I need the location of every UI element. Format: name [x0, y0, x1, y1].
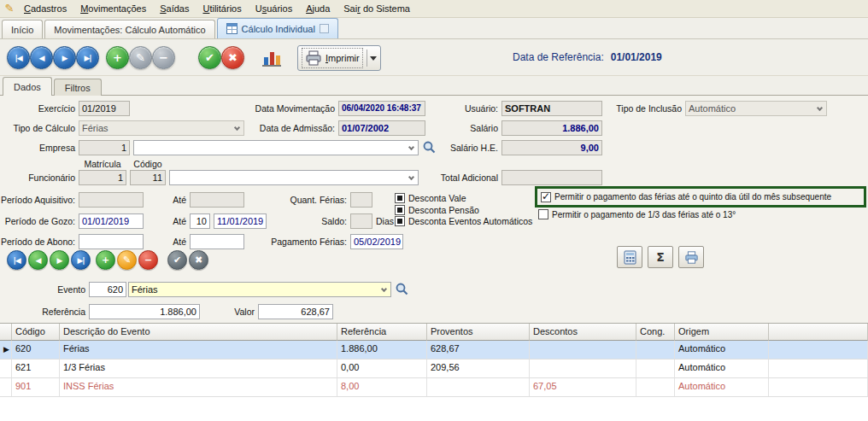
pagamento-ferias-field[interactable]: 05/02/2019 [350, 234, 403, 249]
next-record-button[interactable]: ▶ [53, 46, 76, 69]
cell-descontos: 67,05 [530, 378, 636, 397]
tab-movimentacoes-calculo-automatico[interactable]: Movimentações: Cálculo Automático [44, 20, 214, 38]
tab-calculo-individual[interactable]: Cálculo Individual [217, 18, 338, 38]
checkbox-permitir-quinto-dia[interactable]: Permitir o pagamento das férias até o qu… [535, 186, 866, 208]
header-referencia[interactable]: Referência [337, 324, 427, 341]
first-record-button[interactable]: |◀ [7, 46, 30, 69]
search-icon [395, 282, 409, 296]
edit-record-button[interactable]: ✎ [129, 46, 152, 69]
grid-row-901[interactable]: 901 INSS Férias 8,00 67,05 Automático [0, 378, 868, 397]
usuario-label: Usuário: [465, 101, 498, 116]
event-last-button[interactable]: ▶| [71, 250, 91, 270]
last-record-button[interactable]: ▶| [76, 46, 99, 69]
header-descricao[interactable]: Descrição do Evento [60, 324, 337, 341]
previous-record-button[interactable]: ◀ [30, 46, 53, 69]
funcionario-matricula-field[interactable]: 1 [79, 170, 126, 185]
printer-icon [684, 251, 699, 264]
funcionario-combo[interactable] [169, 170, 419, 185]
periodo-aquisitivo-de-field[interactable] [79, 192, 144, 208]
event-first-button[interactable]: |◀ [7, 250, 26, 270]
menu-sair-do-sistema[interactable]: Sair do Sistema [337, 1, 417, 16]
salario-field[interactable]: 1.886,00 [501, 120, 602, 136]
print-button[interactable]: Imprimir [297, 45, 381, 71]
cell-descricao: INSS Férias [60, 378, 337, 397]
header-indicator [0, 324, 12, 341]
data-movimentacao-field[interactable]: 06/04/2020 16:48:37 [338, 101, 425, 116]
event-next-button[interactable]: ▶ [50, 250, 69, 270]
salario-he-field[interactable]: 9,00 [501, 140, 602, 155]
check-icon: ✔ [205, 51, 214, 64]
print-receipt-button[interactable] [678, 246, 704, 268]
x-icon: ✖ [195, 254, 202, 266]
cancel-button[interactable]: ✖ [221, 46, 244, 69]
printer-icon [305, 50, 322, 66]
header-codigo[interactable]: Código [12, 324, 60, 341]
menu-movimentacoes[interactable]: Movimentações [73, 1, 153, 16]
tipo-inclusao-combo[interactable]: Automático [685, 101, 827, 116]
header-descontos[interactable]: Descontos [530, 324, 636, 341]
referencia-field[interactable]: 1.886,00 [89, 304, 200, 319]
periodo-aquisitivo-ate-label: Até [173, 192, 186, 208]
periodo-abono-ate-field[interactable] [190, 234, 244, 249]
tab-inicio[interactable]: Início [2, 20, 43, 38]
cell-cong [636, 360, 675, 378]
funcionario-codigo-field[interactable]: 11 [130, 170, 166, 185]
menu-saidas[interactable]: Saídas [153, 1, 196, 16]
header-proventos[interactable]: Proventos [427, 324, 530, 341]
header-origem[interactable]: Origem [675, 324, 769, 341]
checkbox-desconta-vale[interactable]: Desconta Vale [395, 193, 466, 203]
exercicio-field[interactable]: 01/2019 [79, 101, 130, 116]
header-cong[interactable]: Cong. [636, 324, 675, 341]
periodo-gozo-ate-field[interactable]: 11/01/2019 [214, 213, 267, 229]
menu-utilitarios[interactable]: Utilitários [196, 1, 248, 16]
total-adicional-field[interactable] [501, 170, 602, 185]
event-edit-button[interactable]: ✎ [117, 250, 137, 270]
calculator-button[interactable] [617, 246, 642, 268]
checkbox-icon [395, 193, 405, 203]
cell-proventos: 628,67 [427, 341, 530, 360]
evento-codigo-field[interactable]: 620 [89, 282, 126, 297]
menu-ajuda[interactable]: Ajuda [299, 1, 337, 16]
tab-filtros[interactable]: Filtros [54, 79, 102, 96]
cell-cong [636, 341, 675, 360]
event-previous-button[interactable]: ◀ [28, 250, 48, 270]
evento-search-button[interactable] [395, 282, 409, 299]
tab-action-icon[interactable] [320, 24, 329, 33]
menu-usuarios[interactable]: Usuários [249, 1, 299, 16]
checkbox-desconta-eventos[interactable]: Desconta Eventos Automáticos [395, 216, 532, 226]
quant-ferias-field[interactable] [350, 192, 372, 208]
checkbox-permitir-terco[interactable]: Permitir o pagamento de 1/3 das férias a… [538, 209, 736, 219]
cell-referencia: 1.886,00 [337, 341, 427, 360]
data-admissao-field[interactable]: 01/07/2002 [338, 120, 425, 136]
cell-descontos [530, 360, 636, 378]
sub-tab-strip: Dados Filtros [0, 76, 868, 95]
periodo-abono-de-field[interactable] [79, 234, 144, 249]
event-confirm-button[interactable]: ✔ [167, 250, 187, 270]
chevron-down-icon[interactable] [370, 56, 377, 61]
grid-row-621[interactable]: 621 1/3 Férias 0,00 209,56 Automático [0, 360, 868, 378]
empresa-codigo-field[interactable]: 1 [79, 140, 130, 155]
periodo-gozo-de-field[interactable]: 01/01/2019 [79, 213, 144, 229]
empresa-search-button[interactable] [422, 140, 437, 157]
delete-record-button[interactable]: − [152, 46, 175, 69]
periodo-gozo-dias-field[interactable]: 10 [190, 213, 210, 229]
grid-row-620[interactable]: ▶ 620 Férias 1.886,00 628,67 Automático [0, 341, 868, 360]
usuario-field[interactable]: SOFTRAN [501, 101, 602, 116]
saldo-field[interactable] [350, 213, 372, 229]
sum-button[interactable]: Σ [648, 246, 673, 268]
menu-cadastros[interactable]: Cadastros [17, 1, 73, 16]
chart-button[interactable] [261, 48, 282, 70]
checkbox-desconta-pensao[interactable]: Desconta Pensão [395, 205, 479, 215]
periodo-aquisitivo-ate-field[interactable] [190, 192, 244, 208]
x-icon: ✖ [228, 51, 238, 64]
event-delete-button[interactable]: − [138, 250, 158, 270]
empresa-combo[interactable] [133, 140, 419, 155]
event-add-button[interactable]: + [96, 250, 115, 270]
event-cancel-button[interactable]: ✖ [189, 250, 208, 270]
confirm-button[interactable]: ✔ [198, 46, 221, 69]
tipo-calculo-combo[interactable]: Férias [79, 120, 244, 136]
add-record-button[interactable]: + [106, 46, 129, 69]
tab-dados[interactable]: Dados [3, 77, 52, 96]
evento-combo[interactable]: Férias [128, 282, 391, 297]
valor-field[interactable]: 628,67 [258, 304, 333, 319]
